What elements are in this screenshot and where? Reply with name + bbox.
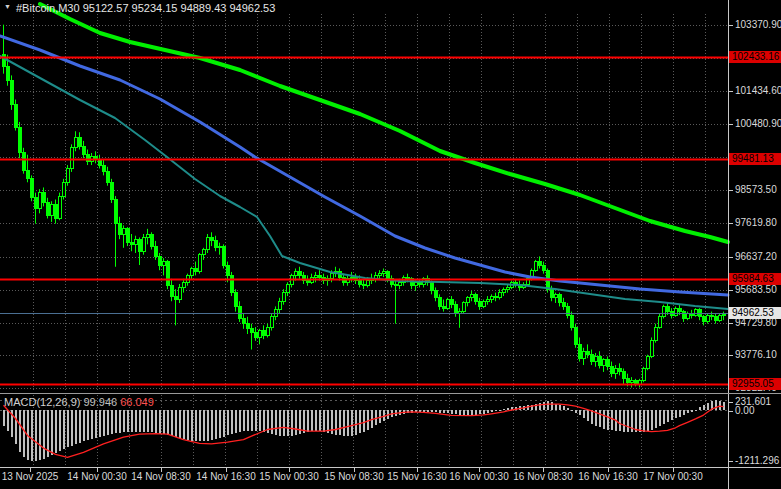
macd-histogram-bar [199,410,201,441]
candle-bull [662,306,665,316]
candle-bull [414,282,417,285]
symbol-marker-triangle-icon: ▼ [4,3,11,10]
candle-bear [558,294,561,303]
macd-histogram-bar [547,401,549,410]
candle-bear [98,160,101,165]
candle-bear [126,229,129,243]
current-price-label: 94962.53 [729,307,781,319]
candle-bull [498,293,501,298]
macd-histogram-bar [363,410,365,432]
macd-histogram-bar [211,410,213,440]
candle-bear [562,303,565,306]
candle-bear [438,298,441,307]
macd-histogram-bar [143,410,145,432]
macd-histogram-bar [431,410,433,412]
candle-bull [446,300,449,309]
candle-bear [222,246,225,265]
candle-bear [450,300,453,305]
candle-bear [682,312,685,319]
macd-histogram-bar [231,410,233,434]
candle-bull [658,317,661,327]
macd-histogram-bar [327,410,329,433]
macd-histogram-bar [215,410,217,439]
macd-histogram-bar [71,410,73,446]
macd-histogram-bar [283,410,285,436]
macd-histogram-bar [307,410,309,432]
candle-bear [478,301,481,306]
candle-bear [610,367,613,374]
macd-histogram-bar [591,410,593,424]
candle-bull [146,234,149,237]
macd-histogram-bar [271,410,273,434]
macd-histogram-bar [663,410,665,424]
macd-histogram-bar [79,410,81,443]
candle-bull [366,281,369,286]
macd-histogram-bar [683,410,685,415]
macd-histogram-bar [343,410,345,436]
candle-bear [442,306,445,308]
macd-histogram-bar [203,410,205,441]
candle-bull [534,262,537,271]
macd-histogram-bar [31,410,33,461]
price-tick-label: 100480.90 [735,118,781,130]
macd-histogram-bar [491,410,493,412]
macd-histogram-bar [463,410,465,415]
candle-bear [574,327,577,344]
time-tick-label: 15 Nov 00:30 [259,471,319,482]
candle-bull [490,296,493,299]
candle-bear [542,265,545,270]
candle-bull [142,237,145,251]
candle-bear [358,281,361,284]
price-tick-label: 93776.10 [735,349,777,361]
candle-bull [378,274,381,276]
candle-bear [170,286,173,296]
macd-histogram-bar [627,410,629,432]
macd-histogram-bar [371,410,373,428]
macd-histogram-bar [299,410,301,434]
macd-histogram-bar [687,410,689,413]
candle-bull [162,262,165,265]
candle-bear [434,291,437,298]
candle-bull [502,289,505,292]
macd-histogram-bar [347,410,349,436]
macd-histogram-bar [659,410,661,426]
macd-histogram-bar [147,410,149,432]
candle-bull [270,317,273,327]
candle-bull [178,287,181,299]
macd-histogram-bar [223,410,225,437]
macd-histogram-bar [607,410,609,430]
macd-histogram-bar [455,410,457,414]
candle-bear [606,360,609,367]
candle-bull [594,356,597,361]
macd-histogram-bar [83,410,85,441]
candle-bear [702,317,705,322]
candle-bull [462,303,465,312]
macd-histogram-bar [263,410,265,432]
candle-bull [482,301,485,306]
macd-histogram-bar [575,410,577,413]
candle-bear [634,381,637,384]
macd-histogram-bar [295,410,297,435]
candle-bear [570,315,573,327]
macd-histogram-bar [87,410,89,440]
price-axis[interactable]: 103370.90101434.60100480.9098573.5097619… [729,0,781,468]
symbol-title: ▼#Bitcoin,M30 95122.57 95234.15 94889.43… [16,2,275,14]
price-chart-canvas[interactable] [0,0,781,489]
macd-histogram-bar [691,410,693,412]
price-tick-label: 96637.20 [735,251,777,263]
candle-bear [10,81,13,105]
candle-bear [710,315,713,317]
candle-bull [602,360,605,365]
macd-histogram-bar [667,410,669,422]
candle-bear [34,198,37,208]
candle-bear [86,155,89,162]
ma-slow-green [40,4,728,242]
time-axis[interactable]: 13 Nov 202514 Nov 00:3014 Nov 08:3014 No… [0,468,781,489]
candle-bull [198,255,201,272]
macd-histogram-bar [59,410,61,451]
price-tick-label: 103370.90 [735,19,781,31]
macd-histogram-bar [335,410,337,435]
candle-bear [590,355,593,362]
candle-bear [166,262,169,286]
candle-bull [70,148,73,169]
